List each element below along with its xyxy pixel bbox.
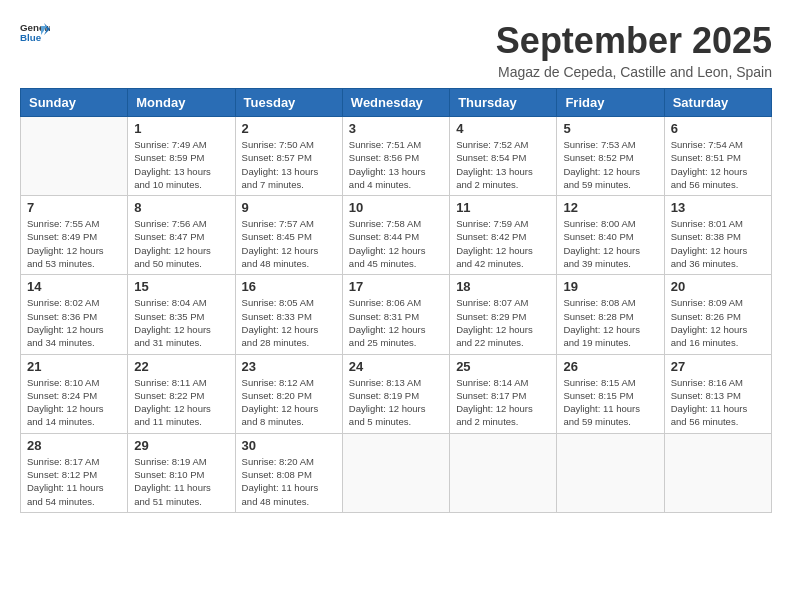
day-number: 6 xyxy=(671,121,765,136)
calendar-cell: 9Sunrise: 7:57 AM Sunset: 8:45 PM Daylig… xyxy=(235,196,342,275)
day-info: Sunrise: 8:00 AM Sunset: 8:40 PM Dayligh… xyxy=(563,217,657,270)
day-info: Sunrise: 7:50 AM Sunset: 8:57 PM Dayligh… xyxy=(242,138,336,191)
day-number: 24 xyxy=(349,359,443,374)
day-info: Sunrise: 7:52 AM Sunset: 8:54 PM Dayligh… xyxy=(456,138,550,191)
weekday-header-thursday: Thursday xyxy=(450,89,557,117)
weekday-header-row: SundayMondayTuesdayWednesdayThursdayFrid… xyxy=(21,89,772,117)
day-info: Sunrise: 8:05 AM Sunset: 8:33 PM Dayligh… xyxy=(242,296,336,349)
day-number: 7 xyxy=(27,200,121,215)
month-title: September 2025 xyxy=(496,20,772,62)
calendar-cell xyxy=(21,117,128,196)
logo: General Blue xyxy=(20,20,50,44)
calendar: SundayMondayTuesdayWednesdayThursdayFrid… xyxy=(20,88,772,513)
day-number: 18 xyxy=(456,279,550,294)
day-info: Sunrise: 7:49 AM Sunset: 8:59 PM Dayligh… xyxy=(134,138,228,191)
day-info: Sunrise: 7:59 AM Sunset: 8:42 PM Dayligh… xyxy=(456,217,550,270)
calendar-cell: 23Sunrise: 8:12 AM Sunset: 8:20 PM Dayli… xyxy=(235,354,342,433)
day-number: 16 xyxy=(242,279,336,294)
calendar-cell: 1Sunrise: 7:49 AM Sunset: 8:59 PM Daylig… xyxy=(128,117,235,196)
weekday-header-friday: Friday xyxy=(557,89,664,117)
svg-text:Blue: Blue xyxy=(20,32,42,43)
calendar-cell: 10Sunrise: 7:58 AM Sunset: 8:44 PM Dayli… xyxy=(342,196,449,275)
day-info: Sunrise: 7:55 AM Sunset: 8:49 PM Dayligh… xyxy=(27,217,121,270)
day-number: 1 xyxy=(134,121,228,136)
day-number: 23 xyxy=(242,359,336,374)
week-row-2: 14Sunrise: 8:02 AM Sunset: 8:36 PM Dayli… xyxy=(21,275,772,354)
calendar-cell: 19Sunrise: 8:08 AM Sunset: 8:28 PM Dayli… xyxy=(557,275,664,354)
day-number: 5 xyxy=(563,121,657,136)
day-number: 10 xyxy=(349,200,443,215)
day-info: Sunrise: 8:11 AM Sunset: 8:22 PM Dayligh… xyxy=(134,376,228,429)
day-info: Sunrise: 8:04 AM Sunset: 8:35 PM Dayligh… xyxy=(134,296,228,349)
calendar-cell: 7Sunrise: 7:55 AM Sunset: 8:49 PM Daylig… xyxy=(21,196,128,275)
logo-icon: General Blue xyxy=(20,20,50,44)
day-number: 21 xyxy=(27,359,121,374)
calendar-cell xyxy=(664,433,771,512)
day-info: Sunrise: 7:57 AM Sunset: 8:45 PM Dayligh… xyxy=(242,217,336,270)
day-number: 26 xyxy=(563,359,657,374)
calendar-cell: 28Sunrise: 8:17 AM Sunset: 8:12 PM Dayli… xyxy=(21,433,128,512)
header: General Blue September 2025 Magaz de Cep… xyxy=(20,20,772,80)
day-info: Sunrise: 8:14 AM Sunset: 8:17 PM Dayligh… xyxy=(456,376,550,429)
day-info: Sunrise: 8:20 AM Sunset: 8:08 PM Dayligh… xyxy=(242,455,336,508)
calendar-cell: 14Sunrise: 8:02 AM Sunset: 8:36 PM Dayli… xyxy=(21,275,128,354)
day-number: 11 xyxy=(456,200,550,215)
week-row-4: 28Sunrise: 8:17 AM Sunset: 8:12 PM Dayli… xyxy=(21,433,772,512)
day-info: Sunrise: 7:53 AM Sunset: 8:52 PM Dayligh… xyxy=(563,138,657,191)
day-number: 2 xyxy=(242,121,336,136)
calendar-cell: 12Sunrise: 8:00 AM Sunset: 8:40 PM Dayli… xyxy=(557,196,664,275)
calendar-cell: 2Sunrise: 7:50 AM Sunset: 8:57 PM Daylig… xyxy=(235,117,342,196)
day-info: Sunrise: 8:02 AM Sunset: 8:36 PM Dayligh… xyxy=(27,296,121,349)
day-info: Sunrise: 8:06 AM Sunset: 8:31 PM Dayligh… xyxy=(349,296,443,349)
day-number: 30 xyxy=(242,438,336,453)
day-number: 28 xyxy=(27,438,121,453)
day-info: Sunrise: 8:12 AM Sunset: 8:20 PM Dayligh… xyxy=(242,376,336,429)
day-info: Sunrise: 7:56 AM Sunset: 8:47 PM Dayligh… xyxy=(134,217,228,270)
weekday-header-tuesday: Tuesday xyxy=(235,89,342,117)
day-number: 8 xyxy=(134,200,228,215)
day-number: 12 xyxy=(563,200,657,215)
calendar-cell: 27Sunrise: 8:16 AM Sunset: 8:13 PM Dayli… xyxy=(664,354,771,433)
weekday-header-wednesday: Wednesday xyxy=(342,89,449,117)
calendar-cell: 16Sunrise: 8:05 AM Sunset: 8:33 PM Dayli… xyxy=(235,275,342,354)
calendar-cell: 13Sunrise: 8:01 AM Sunset: 8:38 PM Dayli… xyxy=(664,196,771,275)
day-number: 22 xyxy=(134,359,228,374)
calendar-cell: 30Sunrise: 8:20 AM Sunset: 8:08 PM Dayli… xyxy=(235,433,342,512)
day-number: 13 xyxy=(671,200,765,215)
calendar-cell: 4Sunrise: 7:52 AM Sunset: 8:54 PM Daylig… xyxy=(450,117,557,196)
day-info: Sunrise: 7:54 AM Sunset: 8:51 PM Dayligh… xyxy=(671,138,765,191)
weekday-header-saturday: Saturday xyxy=(664,89,771,117)
calendar-cell: 17Sunrise: 8:06 AM Sunset: 8:31 PM Dayli… xyxy=(342,275,449,354)
day-number: 20 xyxy=(671,279,765,294)
calendar-cell: 21Sunrise: 8:10 AM Sunset: 8:24 PM Dayli… xyxy=(21,354,128,433)
calendar-cell: 3Sunrise: 7:51 AM Sunset: 8:56 PM Daylig… xyxy=(342,117,449,196)
calendar-cell: 29Sunrise: 8:19 AM Sunset: 8:10 PM Dayli… xyxy=(128,433,235,512)
calendar-cell: 22Sunrise: 8:11 AM Sunset: 8:22 PM Dayli… xyxy=(128,354,235,433)
week-row-1: 7Sunrise: 7:55 AM Sunset: 8:49 PM Daylig… xyxy=(21,196,772,275)
calendar-cell: 11Sunrise: 7:59 AM Sunset: 8:42 PM Dayli… xyxy=(450,196,557,275)
calendar-cell xyxy=(342,433,449,512)
day-info: Sunrise: 8:15 AM Sunset: 8:15 PM Dayligh… xyxy=(563,376,657,429)
calendar-cell xyxy=(450,433,557,512)
calendar-cell: 5Sunrise: 7:53 AM Sunset: 8:52 PM Daylig… xyxy=(557,117,664,196)
week-row-3: 21Sunrise: 8:10 AM Sunset: 8:24 PM Dayli… xyxy=(21,354,772,433)
day-info: Sunrise: 8:01 AM Sunset: 8:38 PM Dayligh… xyxy=(671,217,765,270)
day-info: Sunrise: 8:17 AM Sunset: 8:12 PM Dayligh… xyxy=(27,455,121,508)
calendar-cell: 6Sunrise: 7:54 AM Sunset: 8:51 PM Daylig… xyxy=(664,117,771,196)
day-info: Sunrise: 8:10 AM Sunset: 8:24 PM Dayligh… xyxy=(27,376,121,429)
day-info: Sunrise: 8:09 AM Sunset: 8:26 PM Dayligh… xyxy=(671,296,765,349)
calendar-cell: 26Sunrise: 8:15 AM Sunset: 8:15 PM Dayli… xyxy=(557,354,664,433)
calendar-cell: 15Sunrise: 8:04 AM Sunset: 8:35 PM Dayli… xyxy=(128,275,235,354)
calendar-cell: 24Sunrise: 8:13 AM Sunset: 8:19 PM Dayli… xyxy=(342,354,449,433)
day-info: Sunrise: 8:13 AM Sunset: 8:19 PM Dayligh… xyxy=(349,376,443,429)
calendar-cell: 8Sunrise: 7:56 AM Sunset: 8:47 PM Daylig… xyxy=(128,196,235,275)
day-number: 25 xyxy=(456,359,550,374)
day-info: Sunrise: 7:51 AM Sunset: 8:56 PM Dayligh… xyxy=(349,138,443,191)
day-number: 9 xyxy=(242,200,336,215)
day-number: 15 xyxy=(134,279,228,294)
day-info: Sunrise: 8:19 AM Sunset: 8:10 PM Dayligh… xyxy=(134,455,228,508)
day-number: 29 xyxy=(134,438,228,453)
day-number: 17 xyxy=(349,279,443,294)
day-number: 3 xyxy=(349,121,443,136)
day-info: Sunrise: 8:16 AM Sunset: 8:13 PM Dayligh… xyxy=(671,376,765,429)
